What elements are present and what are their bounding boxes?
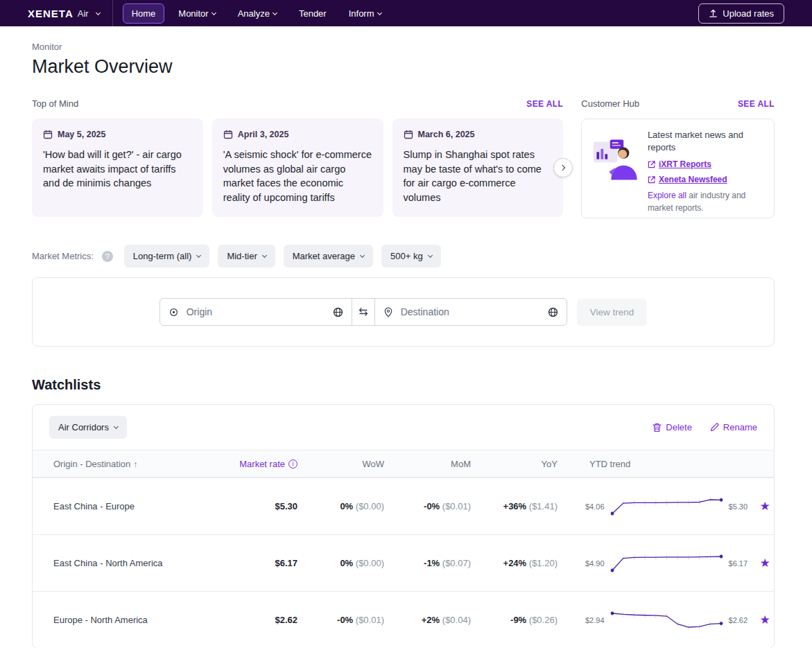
trend-end-value: $5.30 [729, 502, 748, 511]
ytd-trend-cell: $4.90 $6.17 [558, 554, 748, 573]
trend-start-value: $4.06 [585, 502, 605, 511]
yoy-cell: -9% ($0.26) [471, 615, 558, 625]
chevron-down-icon [114, 424, 119, 429]
filter-service-tier[interactable]: Mid-tier [218, 245, 275, 268]
news-card-date-row: April 3, 2025 [223, 130, 372, 139]
origin-box[interactable] [160, 299, 352, 325]
nav-item-monitor[interactable]: Monitor [170, 4, 223, 23]
filter-contract-duration[interactable]: Long-term (all) [124, 245, 210, 268]
route-cell: Europe - North America [53, 615, 220, 625]
main-content: Monitor Market Overview Top of Mind SEE … [0, 42, 812, 648]
news-title: 'How bad will it get?' - air cargo marke… [43, 148, 192, 191]
breadcrumb: Monitor [32, 42, 775, 52]
xeneta-newsfeed-label: Xeneta Newsfeed [659, 173, 727, 186]
nav-item-home-label: Home [132, 8, 156, 19]
external-link-icon [648, 176, 655, 184]
pencil-icon [710, 423, 719, 432]
xeneta-newsfeed-link[interactable]: Xeneta Newsfeed [648, 173, 764, 186]
news-card[interactable]: March 6, 2025 Slump in Shanghai spot rat… [392, 119, 564, 217]
favorite-star-icon[interactable]: ★ [748, 556, 775, 570]
carousel-next-button[interactable] [553, 158, 573, 177]
filter-weight-break-label: 500+ kg [390, 251, 423, 261]
market-rate-cell: $6.17 [220, 558, 297, 568]
table-row[interactable]: Europe - North America $2.62 -0% ($0.01)… [33, 591, 774, 648]
wow-amount: ($0.00) [356, 558, 384, 568]
wow-amount: ($0.01) [356, 615, 384, 625]
market-rate-cell: $2.62 [220, 615, 297, 625]
upload-rates-label: Upload rates [723, 8, 774, 19]
table-row[interactable]: East China - North America $6.17 0% ($0.… [33, 534, 774, 591]
watchlist-selector[interactable]: Air Corridors [49, 416, 127, 439]
top-of-mind-see-all-link[interactable]: SEE ALL [526, 99, 563, 109]
favorite-star-icon[interactable]: ★ [748, 499, 775, 514]
nav-item-home[interactable]: Home [123, 3, 165, 24]
route-search-panel: View trend [32, 277, 775, 347]
brand-name: XENETA [28, 8, 74, 19]
trend-sparkline [610, 554, 724, 573]
rename-watchlist-button[interactable]: Rename [710, 422, 757, 432]
ixrt-reports-label: iXRT Reports [659, 158, 711, 170]
filter-service-tier-label: Mid-tier [227, 251, 257, 261]
globe-icon[interactable] [333, 307, 343, 317]
news-title: Slump in Shanghai spot rates may be tast… [404, 148, 553, 204]
chevron-down-icon [211, 10, 216, 15]
ytd-trend-cell: $4.06 $5.30 [558, 497, 748, 516]
nav-item-tender[interactable]: Tender [291, 4, 335, 23]
mom-percent: -1% [424, 558, 440, 568]
trend-sparkline [610, 497, 724, 516]
trend-end-value: $2.62 [729, 616, 748, 624]
swap-origin-destination-button[interactable] [352, 299, 375, 325]
upload-rates-button[interactable]: Upload rates [698, 3, 784, 24]
route-cell: East China - North America [53, 558, 220, 568]
customer-hub-header: Customer Hub SEE ALL [581, 98, 775, 109]
route-search-group [159, 298, 567, 326]
news-card-date-row: May 5, 2025 [43, 130, 192, 139]
mom-percent: +2% [422, 615, 440, 625]
watchlist-topbar: Air Corridors Delete Rename [33, 405, 774, 450]
wow-cell: 0% ($0.00) [297, 501, 384, 511]
news-cards: May 5, 2025 'How bad will it get?' - air… [32, 119, 563, 217]
nav-item-analyze[interactable]: Analyze [230, 4, 285, 23]
nav-item-analyze-label: Analyze [238, 8, 270, 19]
destination-box[interactable] [375, 299, 567, 325]
chevron-down-icon [428, 253, 433, 258]
calendar-icon [43, 130, 53, 139]
filter-rate-type[interactable]: Market average [284, 245, 373, 268]
chevron-down-icon [196, 253, 201, 258]
news-card[interactable]: May 5, 2025 'How bad will it get?' - air… [32, 119, 203, 217]
yoy-amount: ($1.20) [529, 558, 558, 568]
filter-contract-duration-label: Long-term (all) [133, 251, 192, 261]
globe-icon[interactable] [548, 307, 558, 317]
nav-item-tender-label: Tender [299, 8, 327, 19]
explore-all-link[interactable]: Explore all [648, 191, 686, 200]
top-sections: Top of Mind SEE ALL May 5, 2025 'How bad… [32, 98, 775, 218]
table-row[interactable]: East China - Europe $5.30 0% ($0.00) -0%… [33, 478, 774, 534]
favorite-star-icon[interactable]: ★ [748, 613, 775, 627]
filter-weight-break[interactable]: 500+ kg [381, 245, 441, 268]
mom-cell: -0% ($0.01) [384, 501, 471, 511]
destination-input[interactable] [399, 306, 542, 318]
info-icon[interactable]: i [288, 459, 297, 469]
origin-input[interactable] [185, 306, 327, 318]
chevron-down-icon [360, 253, 365, 258]
yoy-percent: -9% [510, 615, 526, 625]
news-title: 'A seismic shock' for e-commerce volumes… [223, 148, 372, 204]
brand-logo[interactable]: XENETA Air [28, 8, 100, 19]
delete-label: Delete [666, 422, 692, 432]
trend-start-value: $4.90 [585, 559, 605, 568]
news-card[interactable]: April 3, 2025 'A seismic shock' for e-co… [212, 119, 383, 217]
ixrt-reports-link[interactable]: iXRT Reports [648, 158, 764, 170]
yoy-percent: +24% [503, 558, 527, 568]
help-icon[interactable]: ? [102, 251, 113, 262]
mom-percent: -0% [424, 501, 440, 511]
upload-icon [709, 9, 718, 18]
delete-watchlist-button[interactable]: Delete [653, 422, 692, 432]
trend-end-value: $6.17 [729, 559, 748, 568]
column-header-route[interactable]: Origin - Destination↑ [53, 459, 220, 469]
view-trend-button[interactable]: View trend [577, 299, 648, 326]
chevron-down-icon [377, 10, 381, 15]
customer-hub-see-all-link[interactable]: SEE ALL [738, 99, 775, 109]
external-link-icon [648, 161, 655, 168]
column-header-market-rate-label: Market rate [239, 459, 285, 469]
nav-item-inform[interactable]: Inform [340, 4, 390, 23]
